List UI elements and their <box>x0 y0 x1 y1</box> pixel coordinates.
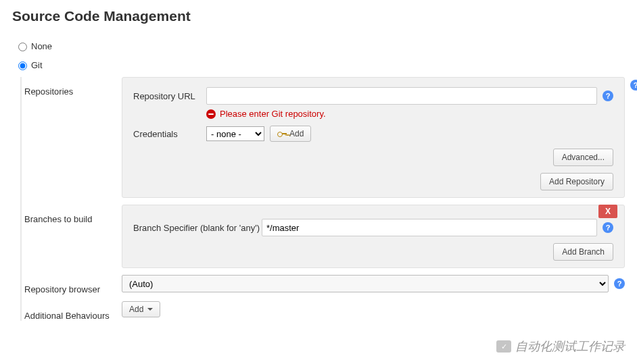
repository-browser-select[interactable]: (Auto) <box>122 275 609 292</box>
add-behaviour-label: Add <box>129 305 143 314</box>
repository-panel: Repository URL ? Please enter Git reposi… <box>122 77 625 198</box>
browser-section-label: Repository browser <box>22 275 122 294</box>
error-icon <box>206 109 216 119</box>
page-title: Source Code Management <box>12 8 625 24</box>
advanced-button[interactable]: Advanced... <box>553 149 613 166</box>
add-branch-button[interactable]: Add Branch <box>553 243 613 261</box>
branch-panel: X Branch Specifier (blank for 'any') ? A… <box>122 205 625 268</box>
help-icon[interactable]: ? <box>603 90 613 101</box>
branches-section-label: Branches to build <box>22 205 122 224</box>
credentials-label: Credentials <box>133 129 206 139</box>
scm-git-radio[interactable] <box>18 61 27 70</box>
error-text: Please enter Git repository. <box>220 109 326 119</box>
branch-specifier-input[interactable] <box>262 219 597 236</box>
add-repository-button[interactable]: Add Repository <box>540 173 613 190</box>
help-icon[interactable]: ? <box>630 80 637 90</box>
chevron-down-icon <box>147 308 153 311</box>
help-icon[interactable]: ? <box>603 222 613 233</box>
credentials-select[interactable]: - none - <box>206 126 264 141</box>
scm-none-label: None <box>31 41 52 51</box>
scm-git-label: Git <box>31 60 43 70</box>
behaviours-section-label: Additional Behaviours <box>22 301 122 321</box>
repositories-section-label: Repositories <box>22 77 122 97</box>
repo-url-label: Repository URL <box>133 91 206 101</box>
add-credentials-button[interactable]: Add <box>270 126 311 142</box>
scm-none-radio[interactable] <box>18 43 27 51</box>
help-icon[interactable]: ? <box>614 278 625 289</box>
key-icon <box>277 130 287 137</box>
branch-specifier-label: Branch Specifier (blank for 'any') <box>133 223 262 233</box>
delete-branch-button[interactable]: X <box>598 205 617 218</box>
add-behaviour-button[interactable]: Add <box>122 301 160 317</box>
repo-url-input[interactable] <box>206 87 597 105</box>
repo-url-error: Please enter Git repository. <box>206 109 613 119</box>
add-credentials-label: Add <box>289 129 304 138</box>
